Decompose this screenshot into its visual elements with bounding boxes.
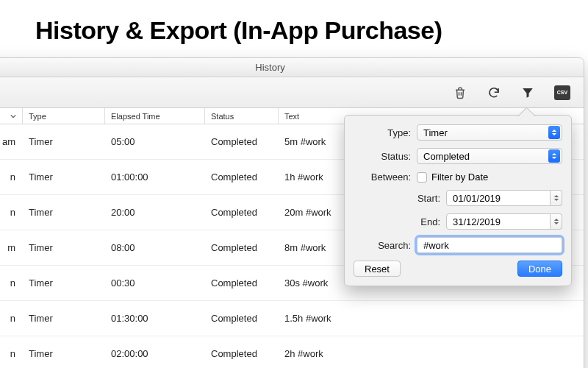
date-stepper[interactable] <box>551 190 562 206</box>
column-status[interactable]: Status <box>205 108 279 124</box>
cell-status: Completed <box>205 277 279 289</box>
promo-headline: History & Export (In-App Purchase) <box>0 0 588 55</box>
window-titlebar: History <box>0 58 584 77</box>
cell-date: am <box>0 136 23 147</box>
filter-search-label: Search: <box>354 240 411 251</box>
cell-type: Timer <box>23 136 105 147</box>
column-elapsed-time[interactable]: Elapsed Time <box>105 108 205 124</box>
cell-elapsed: 05:00 <box>105 136 205 147</box>
date-stepper[interactable] <box>551 213 562 230</box>
cell-status: Completed <box>205 313 279 324</box>
filter-start-date[interactable]: 01/01/2019 <box>446 190 551 206</box>
filter-popover: Type: Timer Status: Completed Between: F… <box>344 115 572 286</box>
filter-status-value: Completed <box>423 151 470 162</box>
filter-end-label: End: <box>354 216 440 227</box>
cell-date: n <box>0 313 23 324</box>
filter-type-select[interactable]: Timer <box>417 124 562 141</box>
cell-date: n <box>0 348 23 359</box>
cell-type: Timer <box>23 313 105 324</box>
filter-type-value: Timer <box>423 127 448 138</box>
cell-type: Timer <box>23 348 105 359</box>
toolbar: CSV <box>0 77 584 108</box>
export-csv-button[interactable]: CSV <box>554 85 570 100</box>
cell-status: Completed <box>205 207 279 218</box>
done-button[interactable]: Done <box>517 261 562 277</box>
cell-elapsed: 20:00 <box>105 207 205 218</box>
column-type[interactable]: Type <box>23 108 105 124</box>
cell-elapsed: 02:00:00 <box>105 348 205 359</box>
cell-status: Completed <box>205 136 279 147</box>
cell-elapsed: 01:00:00 <box>105 171 205 183</box>
select-stepper-icon <box>548 126 560 139</box>
filter-status-select[interactable]: Completed <box>417 148 562 164</box>
refresh-icon[interactable] <box>487 85 501 100</box>
table-row[interactable]: nTimer01:30:00Completed1.5h #work <box>0 301 584 336</box>
select-stepper-icon <box>548 149 560 163</box>
column-date[interactable] <box>0 108 23 124</box>
csv-label: CSV <box>557 90 567 95</box>
reset-button[interactable]: Reset <box>354 261 401 277</box>
cell-elapsed: 08:00 <box>105 242 205 253</box>
cell-date: n <box>0 171 23 183</box>
cell-date: n <box>0 277 23 289</box>
table-row[interactable]: nTimer02:00:00Completed2h #work <box>0 336 584 368</box>
window-title: History <box>255 62 284 73</box>
cell-text: 2h #work <box>279 348 584 359</box>
cell-status: Completed <box>205 171 279 183</box>
filter-search-input[interactable]: #work <box>417 237 562 253</box>
filter-between-label: Between: <box>354 171 411 183</box>
filter-start-label: Start: <box>354 193 440 204</box>
cell-elapsed: 01:30:00 <box>105 313 205 324</box>
cell-type: Timer <box>23 277 105 289</box>
filter-by-date-checkbox[interactable] <box>417 172 427 183</box>
cell-type: Timer <box>23 242 105 253</box>
cell-elapsed: 00:30 <box>105 277 205 289</box>
cell-type: Timer <box>23 207 105 218</box>
filter-type-label: Type: <box>354 127 411 138</box>
filter-end-date[interactable]: 31/12/2019 <box>446 213 551 230</box>
sort-chevron-icon <box>10 112 16 121</box>
trash-icon[interactable] <box>453 85 467 100</box>
cell-text: 1.5h #work <box>279 313 584 324</box>
filter-status-label: Status: <box>354 151 411 162</box>
cell-status: Completed <box>205 242 279 253</box>
funnel-icon[interactable] <box>520 85 535 100</box>
cell-type: Timer <box>23 171 105 183</box>
cell-date: n <box>0 207 23 218</box>
cell-date: m <box>0 242 23 253</box>
cell-status: Completed <box>205 348 279 359</box>
filter-by-date-label: Filter by Date <box>431 171 488 183</box>
